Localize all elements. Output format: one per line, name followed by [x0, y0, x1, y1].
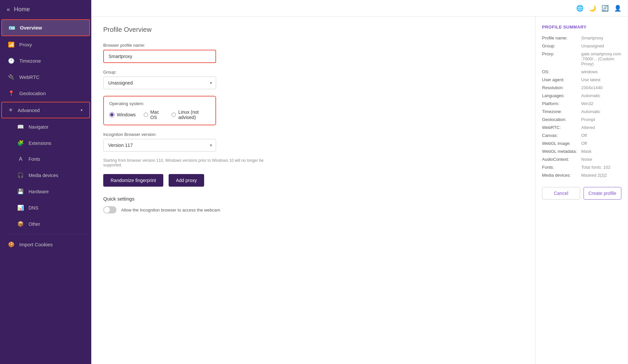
webcam-slider [103, 206, 117, 213]
sidebar-item-hardware[interactable]: 💾 Hardware [1, 184, 90, 199]
sidebar-item-overview[interactable]: 🪪 Overview [1, 19, 90, 36]
sidebar-item-dns[interactable]: 📊 DNS [1, 200, 90, 215]
profile-name-group: Browser profile name: [103, 43, 523, 63]
summary-row: Proxy: gate.smartproxy.com:7000/... (Cus… [542, 51, 621, 66]
chevron-left-icon: « [7, 6, 10, 13]
summary-key: Proxy: [542, 51, 579, 66]
group-select-wrapper: Unassigned Group 1 Group 2 ▾ [103, 77, 216, 89]
summary-row: Geolocation: Prompt [542, 117, 621, 122]
summary-key: OS: [542, 69, 579, 74]
os-linux[interactable]: Linux (not advised) [172, 109, 210, 120]
summary-row: Media devices: Masked 2|2|2 [542, 173, 621, 178]
version-note: Starting from browser version 110, Windo… [103, 158, 276, 167]
sidebar-item-advanced[interactable]: ✳ Advanced ▾ [1, 102, 90, 118]
summary-val: Mask [581, 149, 591, 154]
sidebar-item-label: Navigator [29, 124, 48, 130]
summary-row: Platform: Win32 [542, 101, 621, 106]
summary-val: windows [581, 69, 598, 74]
profile-name-input[interactable] [103, 50, 216, 63]
version-select[interactable]: Version 117 Version 116 Version 115 [103, 139, 216, 152]
home-label: Home [14, 6, 30, 13]
create-profile-button[interactable]: Create profile [584, 187, 622, 200]
sidebar-item-webrtc[interactable]: 🔌 WebRTC [1, 69, 90, 85]
summary-key: WebGL metadata: [542, 149, 579, 154]
sidebar-item-label: Hardware [29, 189, 49, 194]
topbar: 🌐 🌙 🔄 👤 [91, 0, 628, 17]
add-proxy-button[interactable]: Add proxy [169, 174, 204, 187]
summary-row: WebGL metadata: Mask [542, 149, 621, 154]
summary-val: Masked 2|2|2 [581, 173, 607, 178]
os-label: Operating system: [109, 101, 210, 106]
sidebar-item-other[interactable]: 📦 Other [1, 216, 90, 232]
randomize-fingerprint-button[interactable]: Randomize fingerprint [103, 174, 163, 187]
summary-row: Fonts: Total fonts: 102 [542, 165, 621, 170]
os-windows[interactable]: Windows [109, 112, 136, 117]
group-group: Group: Unassigned Group 1 Group 2 ▾ [103, 70, 523, 89]
user-icon[interactable]: 👤 [614, 5, 621, 12]
webrtc-icon: 🔌 [8, 74, 15, 80]
os-macos-radio[interactable] [144, 112, 148, 117]
webcam-toggle-row: Allow the Incogniton browser to access t… [103, 206, 523, 213]
hardware-icon: 💾 [17, 188, 24, 195]
media-icon: 🎧 [17, 172, 24, 178]
summary-key: Resolution: [542, 85, 579, 90]
cookies-icon: 🍪 [8, 241, 15, 248]
sidebar-divider [5, 234, 86, 234]
os-macos[interactable]: Mac OS [144, 109, 164, 120]
sidebar-home[interactable]: « Home [0, 0, 91, 19]
summary-val: Off [581, 141, 587, 146]
summary-key: Fonts: [542, 165, 579, 170]
os-linux-radio[interactable] [172, 112, 176, 117]
webcam-label: Allow the Incogniton browser to access t… [121, 208, 220, 212]
summary-row: Canvas: Off [542, 133, 621, 138]
group-label: Group: [103, 70, 523, 75]
summary-val: Off [581, 133, 587, 138]
sidebar-item-label: Media devices [29, 173, 58, 178]
sidebar-item-proxy[interactable]: 📶 Proxy [1, 37, 90, 52]
navigator-icon: 📖 [17, 124, 24, 130]
sidebar-item-import-cookies[interactable]: 🍪 Import Cookies [1, 237, 90, 252]
moon-icon[interactable]: 🌙 [589, 5, 596, 12]
summary-row: Group: Unassigned [542, 43, 621, 48]
summary-key: Group: [542, 43, 579, 48]
summary-key: Platform: [542, 101, 579, 106]
summary-key: Media devices: [542, 173, 579, 178]
sidebar-item-timezone[interactable]: 🕐 Timezone [1, 53, 90, 69]
summary-rows: Profile name: Smartproxy Group: Unassign… [542, 35, 621, 178]
summary-key: WebGL image: [542, 141, 579, 146]
sidebar-item-label: Timezone [19, 58, 41, 64]
version-select-wrapper: Version 117 Version 116 Version 115 ▾ [103, 139, 216, 152]
group-select[interactable]: Unassigned Group 1 Group 2 [103, 77, 216, 89]
sidebar-item-label: Geolocation [19, 91, 46, 96]
refresh-icon[interactable]: 🔄 [601, 5, 609, 12]
summary-val: Prompt [581, 117, 595, 122]
cancel-button[interactable]: Cancel [542, 187, 580, 200]
os-windows-radio[interactable] [109, 112, 115, 117]
summary-key: Timezone: [542, 109, 579, 114]
sidebar-item-geolocation[interactable]: 📍 Geolocation [1, 86, 90, 101]
fonts-icon: A [17, 156, 24, 162]
os-options: Windows Mac OS Linux (not advised) [109, 109, 210, 120]
os-section: Operating system: Windows Mac OS Linux (… [103, 96, 216, 125]
sidebar-item-media-devices[interactable]: 🎧 Media devices [1, 167, 90, 183]
geolocation-icon: 📍 [8, 90, 15, 96]
page-title: Profile Overview [103, 26, 523, 33]
profile-form: Profile Overview Browser profile name: G… [91, 17, 535, 364]
summary-row: WebRTC: Altered [542, 125, 621, 130]
sidebar-item-label: DNS [29, 205, 39, 211]
profile-name-label: Browser profile name: [103, 43, 523, 48]
summary-row: Resolution: 2304x1440 [542, 85, 621, 90]
webcam-toggle[interactable] [103, 206, 117, 213]
sidebar-item-extensions[interactable]: 🧩 Extensions [1, 135, 90, 151]
summary-val: Win32 [581, 101, 593, 106]
summary-row: Timezone: Automatic [542, 109, 621, 114]
sidebar-item-fonts[interactable]: A Fonts [1, 152, 90, 167]
summary-key: Canvas: [542, 133, 579, 138]
globe-icon[interactable]: 🌐 [576, 5, 584, 12]
os-linux-label: Linux (not advised) [178, 109, 210, 120]
summary-val: Automatic [581, 93, 600, 98]
sidebar-item-navigator[interactable]: 📖 Navigator [1, 119, 90, 135]
version-label: Incogniton Browser version: [103, 132, 523, 137]
sidebar-item-label: Other [29, 221, 40, 227]
action-buttons: Randomize fingerprint Add proxy [103, 174, 523, 187]
